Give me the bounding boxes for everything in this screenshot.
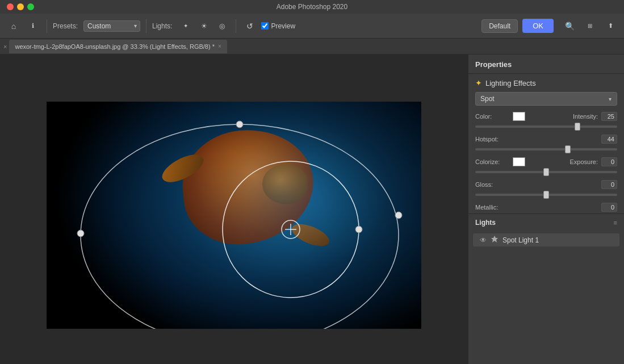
close-button[interactable] bbox=[7, 3, 14, 10]
app-title: Adobe Photoshop 2020 bbox=[277, 3, 347, 11]
share-button[interactable]: ⬆ bbox=[602, 18, 618, 34]
handle-left[interactable] bbox=[77, 230, 84, 237]
default-button[interactable]: Default bbox=[481, 19, 518, 33]
tab-close-button[interactable]: × bbox=[218, 43, 221, 49]
colorize-exposure-row: Colorize: Exposure: 0 bbox=[468, 156, 624, 168]
toolbar-separator-3 bbox=[236, 19, 236, 33]
exposure-slider-row bbox=[468, 168, 624, 178]
properties-panel-header: Properties bbox=[468, 55, 624, 74]
lights-label: Lights: bbox=[152, 22, 172, 30]
info-button[interactable]: ℹ bbox=[25, 18, 41, 34]
layout-button[interactable]: ⊞ bbox=[582, 18, 598, 34]
preview-checkbox-group: Preview bbox=[261, 22, 295, 30]
lights-icons-group: ✦ ☀ ◎ bbox=[178, 18, 230, 34]
hotspot-slider-row bbox=[468, 145, 624, 156]
gloss-value[interactable]: 0 bbox=[601, 180, 617, 189]
darken-edges-overlay bbox=[47, 102, 421, 329]
lights-expand-icon[interactable]: ≡ bbox=[614, 219, 617, 226]
intensity-thumb[interactable] bbox=[575, 123, 580, 131]
intensity-slider[interactable] bbox=[475, 123, 617, 131]
layout-icon: ⊞ bbox=[588, 23, 592, 29]
maximize-button[interactable] bbox=[27, 3, 34, 10]
tab-close-left[interactable]: × bbox=[3, 43, 7, 50]
intensity-slider-row bbox=[468, 123, 624, 133]
colorize-label: Colorize: bbox=[475, 158, 509, 165]
lights-section: 👁 Spot Light 1 bbox=[468, 230, 624, 364]
tab-label: wexor-tmg-L-2p8fapOA8-unsplash.jpg @ 33.… bbox=[15, 43, 215, 50]
home-icon: ⌂ bbox=[11, 22, 16, 31]
color-intensity-row: Color: Intensity: 25 bbox=[468, 110, 624, 123]
exposure-label: Exposure: bbox=[569, 158, 598, 165]
spot-type-select[interactable]: Spot bbox=[475, 92, 617, 106]
main-area: Properties ✦ Lighting Effects Spot Color… bbox=[0, 55, 624, 364]
tab-bar: × wexor-tmg-L-2p8fapOA8-unsplash.jpg @ 3… bbox=[0, 39, 624, 55]
lights-section-header: Lights ≡ bbox=[468, 214, 624, 230]
handle-right[interactable] bbox=[395, 212, 402, 219]
intensity-value[interactable]: 25 bbox=[601, 112, 617, 121]
eye-icon[interactable]: 👁 bbox=[480, 236, 487, 244]
presets-select[interactable]: Custom bbox=[83, 20, 140, 32]
hotspot-label: Hotspot: bbox=[475, 136, 509, 143]
light-spot-button[interactable]: ◎ bbox=[214, 18, 230, 34]
home-button[interactable]: ⌂ bbox=[6, 18, 22, 34]
metallic-value[interactable]: 0 bbox=[601, 203, 617, 212]
light-type-icon bbox=[491, 236, 498, 244]
hotspot-row: Hotspot: 44 bbox=[468, 133, 624, 145]
hotspot-thumb[interactable] bbox=[565, 145, 571, 153]
preview-label: Preview bbox=[271, 22, 295, 30]
document-tab[interactable]: wexor-tmg-L-2p8fapOA8-unsplash.jpg @ 33.… bbox=[9, 40, 227, 53]
gloss-label: Gloss: bbox=[475, 181, 509, 188]
color-swatch[interactable] bbox=[513, 112, 525, 121]
exposure-value[interactable]: 0 bbox=[601, 157, 617, 166]
gloss-slider[interactable] bbox=[475, 191, 617, 199]
color-label: Color: bbox=[475, 113, 509, 120]
light-sun-button[interactable]: ☀ bbox=[196, 18, 212, 34]
hotspot-value[interactable]: 44 bbox=[601, 135, 617, 144]
canvas-area[interactable] bbox=[0, 55, 468, 364]
share-icon: ⬆ bbox=[608, 22, 613, 30]
lights-list: 👁 Spot Light 1 bbox=[468, 230, 624, 250]
spot-light-icon: ◎ bbox=[219, 22, 225, 30]
gloss-thumb[interactable] bbox=[543, 191, 549, 199]
light-name: Spot Light 1 bbox=[502, 236, 539, 244]
metallic-label: Metallic: bbox=[475, 204, 509, 211]
lighting-effects-label: Lighting Effects bbox=[485, 79, 536, 87]
presets-dropdown[interactable]: Custom bbox=[83, 20, 140, 32]
toolbar-right-actions: Default OK bbox=[481, 19, 554, 33]
handle-inner[interactable] bbox=[355, 226, 362, 233]
toolbar-separator-2 bbox=[146, 19, 146, 33]
properties-panel: Properties ✦ Lighting Effects Spot Color… bbox=[468, 55, 624, 364]
search-button[interactable]: 🔍 bbox=[562, 18, 577, 34]
minimize-button[interactable] bbox=[17, 3, 24, 10]
light-point-button[interactable]: ✦ bbox=[178, 18, 194, 34]
ok-button[interactable]: OK bbox=[522, 19, 554, 33]
hotspot-slider[interactable] bbox=[475, 145, 617, 153]
toolbar: ⌂ ℹ Presets: Custom Lights: ✦ ☀ ◎ ↺ Prev… bbox=[0, 14, 624, 39]
title-bar: Adobe Photoshop 2020 bbox=[0, 0, 624, 14]
preview-checkbox[interactable] bbox=[261, 22, 269, 30]
sun-light-icon: ☀ bbox=[201, 22, 207, 30]
spot-type-dropdown-wrapper[interactable]: Spot bbox=[475, 92, 617, 106]
metallic-row: Metallic: 0 bbox=[468, 201, 624, 214]
colorize-swatch[interactable] bbox=[513, 157, 525, 166]
reset-button[interactable]: ↺ bbox=[242, 18, 258, 34]
top-right-icons: 🔍 ⊞ ⬆ bbox=[562, 18, 618, 34]
handle-top[interactable] bbox=[236, 121, 243, 128]
search-icon: 🔍 bbox=[565, 22, 575, 31]
exposure-slider[interactable] bbox=[475, 168, 617, 176]
gloss-slider-row bbox=[468, 191, 624, 201]
lighting-effects-icon: ✦ bbox=[475, 78, 482, 87]
intensity-label: Intensity: bbox=[573, 113, 598, 120]
lights-header-label: Lights bbox=[475, 219, 496, 227]
exposure-thumb[interactable] bbox=[543, 168, 549, 176]
lighting-effects-title-row: ✦ Lighting Effects bbox=[468, 74, 624, 92]
traffic-lights bbox=[7, 3, 34, 10]
gloss-row: Gloss: 0 bbox=[468, 178, 624, 191]
reset-icon: ↺ bbox=[246, 22, 253, 31]
light-item[interactable]: 👁 Spot Light 1 bbox=[473, 233, 619, 246]
presets-label: Presets: bbox=[53, 22, 78, 30]
point-light-icon: ✦ bbox=[183, 23, 188, 29]
toolbar-separator-1 bbox=[47, 19, 47, 33]
info-icon: ℹ bbox=[32, 22, 34, 30]
